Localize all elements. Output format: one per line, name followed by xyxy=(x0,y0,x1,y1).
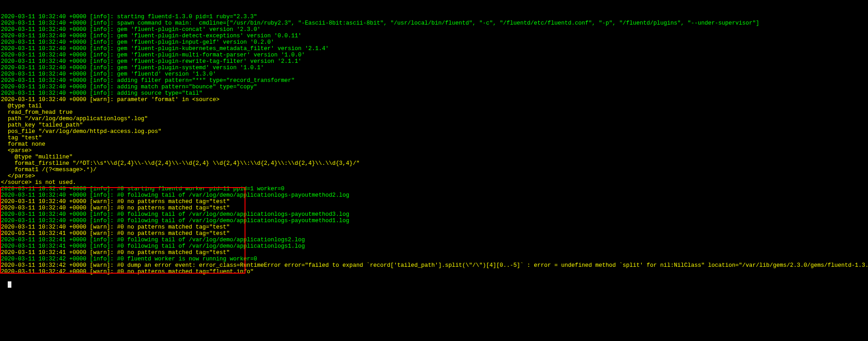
log-line: format_firstline "/^DT:\\s*\\d{2,4}\\-\\… xyxy=(1,160,867,167)
log-line: 2020-03-11 10:32:41 +0000 [info]: #0 fol… xyxy=(1,237,867,243)
log-line: @type "multiline" xyxy=(1,154,867,160)
log-line: 2020-03-11 10:32:40 +0000 [warn]: #0 no … xyxy=(1,224,867,230)
log-line: 2020-03-11 10:32:42 +0000 [warn]: #0 dum… xyxy=(1,262,867,269)
log-line: 2020-03-11 10:32:40 +0000 [info]: #0 fol… xyxy=(1,211,867,218)
log-line: pos_file "/var/log/demo/httpd-access.log… xyxy=(1,128,867,135)
log-line: 2020-03-11 10:32:40 +0000 [info]: adding… xyxy=(1,77,867,84)
log-line: 2020-03-11 10:32:40 +0000 [info]: gem 'f… xyxy=(1,39,867,46)
terminal-output[interactable]: 2020-03-11 10:32:40 +0000 [info]: starti… xyxy=(0,0,868,295)
log-line: 2020-03-11 10:32:40 +0000 [info]: starti… xyxy=(1,14,867,20)
log-line: 2020-03-11 10:32:40 +0000 [info]: gem 'f… xyxy=(1,33,867,39)
log-line: </source> is not used. xyxy=(1,179,867,186)
log-line: 2020-03-11 10:32:42 +0000 [info]: #0 flu… xyxy=(1,256,867,262)
log-line: 2020-03-11 10:32:40 +0000 [info]: spawn … xyxy=(1,20,867,26)
log-line: 2020-03-11 10:32:40 +0000 [warn]: #0 no … xyxy=(1,198,867,205)
log-line: 2020-03-11 10:32:40 +0000 [info]: gem 'f… xyxy=(1,46,867,52)
log-line: format none xyxy=(1,141,867,148)
log-line: @type tail xyxy=(1,103,867,109)
log-line: 2020-03-11 10:32:41 +0000 [info]: #0 fol… xyxy=(1,243,867,249)
log-line: 2020-03-11 10:32:40 +0000 [info]: adding… xyxy=(1,84,867,90)
log-line: tag "test" xyxy=(1,135,867,141)
log-line: </parse> xyxy=(1,173,867,179)
log-line: format1 /(?<message>.*)/ xyxy=(1,167,867,173)
log-line: 2020-03-11 10:32:40 +0000 [info]: gem 'f… xyxy=(1,71,867,77)
log-line: 2020-03-11 10:32:40 +0000 [info]: #0 fol… xyxy=(1,192,867,198)
log-line: path "/var/log/demo/applicationlogs*.log… xyxy=(1,116,867,122)
log-line: read_from_head true xyxy=(1,109,867,116)
log-line: 2020-03-11 10:32:40 +0000 [warn]: parame… xyxy=(1,97,867,103)
log-line: path_key "tailed_path" xyxy=(1,122,867,128)
log-line: 2020-03-11 10:32:40 +0000 [info]: gem 'f… xyxy=(1,58,867,65)
log-line: 2020-03-11 10:32:41 +0000 [warn]: #0 no … xyxy=(1,249,867,256)
log-line: 2020-03-11 10:32:40 +0000 [warn]: #0 no … xyxy=(1,205,867,211)
log-line: <parse> xyxy=(1,148,867,154)
terminal-cursor xyxy=(8,281,11,288)
log-line: 2020-03-11 10:32:40 +0000 [info]: gem 'f… xyxy=(1,52,867,58)
log-line: 2020-03-11 10:32:40 +0000 [info]: gem 'f… xyxy=(1,26,867,33)
log-line: 2020-03-11 10:32:40 +0000 [info]: gem 'f… xyxy=(1,65,867,71)
log-line: 2020-03-11 10:32:40 +0000 [info]: #0 sta… xyxy=(1,186,867,192)
log-line: 2020-03-11 10:32:41 +0000 [warn]: #0 no … xyxy=(1,230,867,237)
log-line: 2020-03-11 10:32:40 +0000 [info]: adding… xyxy=(1,90,867,97)
log-line: 2020-03-11 10:32:42 +0000 [warn]: #0 no … xyxy=(1,269,867,275)
log-line: 2020-03-11 10:32:40 +0000 [info]: #0 fol… xyxy=(1,218,867,224)
